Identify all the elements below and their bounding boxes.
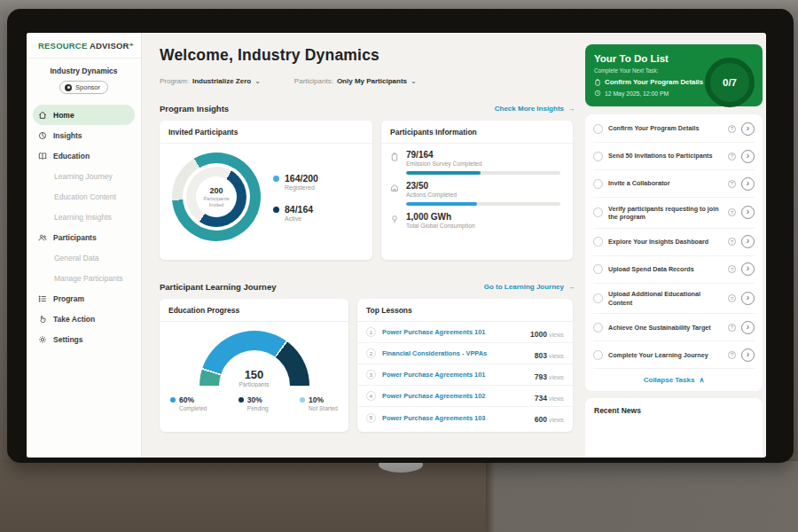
legend-item-registered: 164/200 Registered [273, 173, 318, 191]
chevron-right-button[interactable]: › [741, 348, 755, 362]
participants-filter[interactable]: Participants: Only My Participants ⌄ [294, 77, 417, 85]
lesson-link[interactable]: Power Purchase Agreements 101 [382, 371, 528, 379]
donut-legend: 164/200 Registered 84/164 Active [273, 173, 318, 222]
lesson-row: 4 Power Purchase Agreements 102 734views [357, 386, 573, 407]
participants-information-card: Participants Information 79/164 Emission… [381, 121, 573, 260]
lesson-rank: 3 [366, 370, 376, 379]
sidebar-item-manage-participants[interactable]: Manage Participants [27, 268, 141, 288]
chevron-right-button[interactable]: › [741, 235, 755, 248]
stat-global-consumption: 1,000 GWh Total Global Consumption [381, 206, 573, 229]
sidebar-item-settings[interactable]: Settings [27, 329, 141, 349]
lesson-rank: 2 [366, 348, 376, 358]
sidebar-item-program[interactable]: Program [27, 288, 141, 309]
legend-dot [273, 176, 279, 182]
todo-next-task: Confirm Your Program Details [594, 78, 708, 86]
sidebar-item-education[interactable]: Education [27, 145, 141, 166]
checkbox-icon[interactable] [593, 152, 603, 161]
help-icon[interactable]: ? [728, 125, 736, 133]
program-filter[interactable]: Program: Industrialize Zero ⌄ [160, 77, 261, 85]
chevron-up-icon: ∧ [699, 376, 704, 384]
sidebar-item-learning-journey[interactable]: Learning Journey [27, 166, 141, 186]
sidebar-item-home[interactable]: Home [33, 105, 135, 125]
app-logo: RESOURCE ADVISOR+ [27, 33, 141, 59]
chevron-right-button[interactable]: › [741, 262, 755, 276]
checkbox-icon[interactable] [593, 179, 603, 189]
task-row[interactable]: Invite a Collaborator ? › [593, 170, 755, 198]
card-title: Education Progress [160, 299, 348, 322]
org-name: Industry Dynamics [27, 66, 141, 75]
clock-icon [594, 90, 601, 97]
task-row[interactable]: Send 50 Invitations to Participants ? › [593, 143, 755, 170]
lesson-row: 1 Power Purchase Agreements 101 1000view… [357, 322, 573, 343]
checkbox-icon[interactable] [593, 293, 603, 303]
chevron-right-button[interactable]: › [741, 321, 755, 334]
chevron-down-icon: ⌄ [254, 77, 261, 85]
help-icon[interactable]: ? [728, 180, 736, 188]
sidebar-item-take-action[interactable]: Take Action [27, 309, 141, 329]
todo-task-list: Confirm Your Program Details ? › Send 50… [585, 114, 763, 391]
help-icon[interactable]: ? [728, 324, 736, 332]
help-icon[interactable]: ? [728, 265, 736, 273]
help-icon[interactable]: ? [728, 238, 736, 246]
checkbox-icon[interactable] [593, 323, 603, 332]
lesson-link[interactable]: Power Purchase Agreements 103 [382, 414, 528, 422]
task-row[interactable]: Verify participants requesting to join t… [593, 198, 755, 229]
checkbox-icon[interactable] [593, 237, 603, 246]
chevron-right-button[interactable]: › [741, 177, 755, 191]
sponsor-badge-icon [65, 84, 72, 91]
arrow-right-icon: → [567, 283, 575, 291]
lesson-rank: 5 [366, 413, 376, 423]
wall-background [486, 461, 798, 532]
task-row[interactable]: Achieve One Sustainability Target ? › [593, 314, 755, 341]
sponsor-badge[interactable]: Sponsor [59, 81, 108, 94]
recent-news-title: Recent News [594, 406, 754, 415]
task-row[interactable]: Confirm Your Program Details ? › [593, 115, 755, 143]
help-icon[interactable]: ? [728, 351, 736, 359]
check-more-insights-link[interactable]: Check More Insights → [495, 105, 575, 113]
settings-icon [38, 335, 47, 344]
sidebar-item-learning-insights[interactable]: Learning Insights [27, 207, 141, 227]
task-row[interactable]: Upload Additional Educational Content ? … [593, 284, 755, 315]
checkbox-icon[interactable] [593, 124, 603, 134]
recent-news-card: Recent News [585, 398, 763, 458]
go-to-learning-journey-link[interactable]: Go to Learning Journey → [484, 283, 575, 291]
checkbox-icon[interactable] [593, 264, 603, 274]
sidebar-item-insights[interactable]: Insights [27, 125, 141, 145]
take-action-icon [38, 315, 47, 324]
checkbox-icon[interactable] [593, 207, 603, 217]
lesson-row: 2 Financial Considerations - VPPAs 803vi… [357, 343, 573, 364]
legend-dot [273, 207, 279, 213]
sidebar-item-general-data[interactable]: General Data [27, 247, 141, 268]
todo-panel: Your To Do List Complete Your Next Task:… [585, 33, 766, 458]
help-icon[interactable]: ? [728, 153, 736, 160]
sponsor-badge-label: Sponsor [75, 83, 100, 91]
donut-center-label: 200 Participants Invited [196, 176, 237, 217]
monitor-bezel: RESOURCE ADVISOR+ Industry Dynamics Spon… [7, 9, 794, 463]
sidebar-item-participants[interactable]: Participants [27, 227, 141, 247]
lesson-rank: 4 [366, 391, 376, 401]
lesson-row: 3 Power Purchase Agreements 101 793views [357, 364, 573, 386]
task-row[interactable]: Explore Your Insights Dashboard ? › [593, 229, 755, 256]
chevron-right-button[interactable]: › [741, 292, 755, 305]
legend-item-active: 84/164 Active [273, 204, 318, 222]
participants-icon [38, 233, 47, 242]
chevron-right-button[interactable]: › [741, 122, 755, 136]
lesson-link[interactable]: Financial Considerations - VPPAs [382, 349, 528, 357]
legend-dot [239, 397, 244, 403]
chevron-right-button[interactable]: › [741, 206, 755, 219]
todo-summary-card: Your To Do List Complete Your Next Task:… [585, 44, 763, 106]
filters-row: Program: Industrialize Zero ⌄ Participan… [160, 77, 417, 85]
lesson-link[interactable]: Power Purchase Agreements 102 [382, 392, 528, 400]
collapse-tasks-link[interactable]: Collapse Tasks ∧ [593, 369, 755, 387]
task-row[interactable]: Upload Spend Data Records ? › [593, 256, 755, 284]
chevron-right-button[interactable]: › [741, 150, 755, 163]
legend-dot [300, 397, 305, 403]
help-icon[interactable]: ? [728, 294, 736, 302]
task-row[interactable]: Complete Your Learning Journey ? › [593, 341, 755, 369]
checkbox-icon[interactable] [593, 350, 603, 360]
lesson-link[interactable]: Power Purchase Agreements 101 [382, 328, 524, 336]
help-icon[interactable]: ? [728, 208, 736, 216]
top-lessons-card: Top Lessons 1 Power Purchase Agreements … [357, 299, 573, 432]
sidebar-item-education-content[interactable]: Education Content [27, 186, 141, 207]
chevron-down-icon: ⌄ [411, 77, 417, 85]
